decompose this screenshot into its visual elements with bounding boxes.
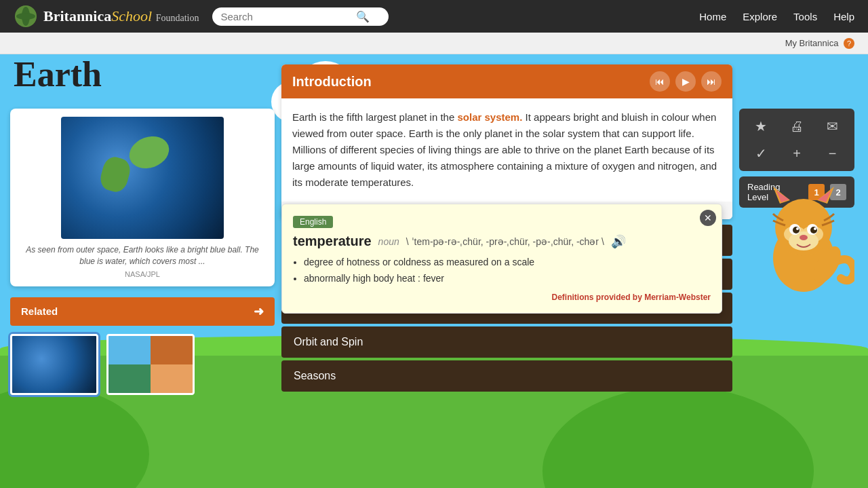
- dictionary-pronunciation: \ ˈtem-pə-rə-ˌchür, -prə-ˌchür, -pə-ˌchü…: [406, 236, 604, 247]
- thumbnail-layers[interactable]: [106, 334, 195, 395]
- dictionary-sound-icon[interactable]: 🔊: [611, 234, 626, 249]
- dictionary-footer: Definitions provided by Merriam-Webster: [293, 293, 711, 302]
- my-britannica-link[interactable]: My Britannica ?: [785, 38, 854, 49]
- svg-point-16: [796, 227, 799, 230]
- my-britannica-label: My Britannica: [785, 38, 839, 48]
- toolbar-icons: ★ 🖨 ✉ ✓ + −: [739, 109, 854, 171]
- dictionary-definition-2: abnormally high body heat : fever: [304, 271, 711, 287]
- search-bar[interactable]: 🔍: [212, 7, 389, 26]
- svg-point-14: [793, 227, 800, 233]
- image-credit: NASA/JPL: [18, 270, 267, 278]
- svg-point-2: [16, 13, 35, 20]
- earth-image: [61, 117, 224, 239]
- dictionary-brand: Merriam-Webster: [644, 293, 711, 302]
- search-button[interactable]: 🔍: [356, 10, 370, 23]
- logo: BritannicaSchool Foundation: [14, 4, 199, 29]
- intro-title: Introduction: [292, 74, 372, 90]
- britannica-logo-icon: [14, 4, 38, 29]
- remove-button[interactable]: −: [817, 143, 848, 164]
- tiger-svg: [753, 183, 854, 292]
- tiger-mascot: [753, 183, 854, 292]
- dictionary-footer-text: Definitions provided by: [552, 293, 645, 302]
- dictionary-pos: noun: [378, 236, 399, 247]
- related-button[interactable]: Related ➜: [10, 297, 275, 326]
- media-prev-button[interactable]: ⏮: [650, 71, 670, 92]
- dictionary-word-line: temperature noun \ ˈtem-pə-rə-ˌchür, -pr…: [293, 233, 711, 249]
- check-button[interactable]: ✓: [746, 143, 776, 164]
- add-button[interactable]: +: [782, 143, 812, 164]
- related-label: Related: [21, 305, 58, 317]
- svg-point-15: [810, 227, 817, 233]
- nav-home[interactable]: Home: [699, 11, 726, 22]
- thumbnail-earth[interactable]: [10, 334, 98, 395]
- dictionary-word: temperature: [293, 233, 372, 249]
- image-panel: As seen from outer space, Earth looks li…: [10, 109, 275, 286]
- dictionary-close-button[interactable]: ✕: [700, 210, 716, 226]
- left-sidebar: As seen from outer space, Earth looks li…: [10, 54, 275, 395]
- intro-panel: Introduction ⏮ ▶ ⏭ Earth is the fifth la…: [281, 64, 732, 219]
- dictionary-definitions: degree of hotness or coldness as measure…: [293, 255, 711, 287]
- nav-explore[interactable]: Explore: [743, 11, 777, 22]
- help-icon: ?: [844, 38, 854, 49]
- search-input[interactable]: [220, 11, 356, 22]
- svg-point-17: [814, 227, 816, 230]
- related-arrow: ➜: [254, 304, 264, 319]
- intro-body: Earth is the fifth largest planet in the…: [281, 98, 732, 202]
- nav-tools[interactable]: Tools: [793, 11, 817, 22]
- nav-help[interactable]: Help: [833, 11, 854, 22]
- star-button[interactable]: ★: [746, 115, 776, 137]
- dictionary-popup: ✕ English temperature noun \ ˈtem-pə-rə-…: [281, 204, 722, 314]
- section-orbit-spin[interactable]: Orbit and Spin: [281, 326, 732, 358]
- print-button[interactable]: 🖨: [782, 115, 812, 137]
- dictionary-brand-name: Merriam-Webster: [644, 293, 711, 302]
- intro-highlight[interactable]: solar system.: [457, 111, 522, 123]
- media-controls: ⏮ ▶ ⏭: [650, 71, 722, 92]
- nav-links: Home Explore Tools Help: [699, 11, 854, 22]
- dictionary-definition-1: degree of hotness or coldness as measure…: [304, 255, 711, 271]
- image-caption: As seen from outer space, Earth looks li…: [18, 244, 267, 267]
- dictionary-language: English: [293, 216, 333, 228]
- intro-header: Introduction ⏮ ▶ ⏭: [281, 64, 732, 98]
- logo-text: BritannicaSchool Foundation: [43, 7, 199, 25]
- media-play-button[interactable]: ▶: [675, 71, 696, 92]
- top-navigation: BritannicaSchool Foundation 🔍 Home Explo…: [0, 0, 868, 33]
- email-button[interactable]: ✉: [817, 115, 848, 137]
- section-seasons[interactable]: Seasons: [281, 360, 732, 392]
- thumbnails-row: [10, 334, 275, 395]
- my-britannica-bar: My Britannica ?: [0, 33, 868, 54]
- logo-britannica: Britannica: [43, 7, 111, 24]
- svg-point-18: [800, 235, 808, 240]
- media-next-button[interactable]: ⏭: [701, 71, 722, 92]
